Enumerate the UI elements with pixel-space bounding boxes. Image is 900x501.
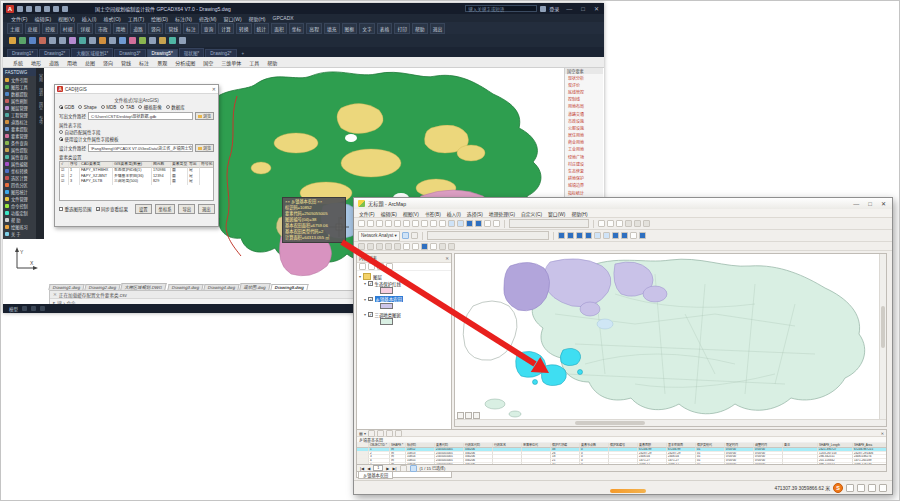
toolbar-icon[interactable]: [385, 220, 392, 227]
palette-item[interactable]: 要素提取: [3, 125, 36, 132]
toc-layer[interactable]: ▾ ✓ 乡镇基本农田: [364, 296, 449, 310]
cad-ribbon-tab[interactable]: 景观: [157, 59, 167, 66]
layer-symbol-swatch[interactable]: [380, 303, 393, 310]
navigation-tool-icon[interactable]: [585, 232, 592, 239]
cad-tool-icon[interactable]: [149, 37, 156, 44]
toolbox-icon[interactable]: [879, 484, 887, 492]
toolbar-icon[interactable]: [403, 220, 410, 227]
layer-symbol-swatch[interactable]: [380, 318, 393, 325]
palette-item[interactable]: 文件引用: [3, 76, 36, 83]
cad-tool-icon[interactable]: [89, 37, 96, 44]
switch-selection-icon[interactable]: [395, 430, 402, 437]
palette-item[interactable]: 四色分区: [3, 181, 36, 188]
cad-command-window[interactable]: ✕正在加载缓存配置文件要素类.csv ▸键入命令: [49, 290, 355, 304]
arcmap-menu-item[interactable]: 选择(S): [467, 210, 483, 217]
cad-ribbon-tab[interactable]: 工具: [249, 59, 259, 66]
collapse-icon[interactable]: ▾: [364, 312, 366, 317]
cad-toolbar-button[interactable]: 道路: [130, 23, 146, 34]
palette-item[interactable]: 坐标转换: [3, 167, 36, 174]
palette-item[interactable]: 图形工具: [3, 83, 36, 90]
format-radio[interactable]: TAB: [120, 105, 134, 110]
clear-selection-icon[interactable]: [386, 430, 393, 437]
dialog-title-bar[interactable]: A CAD转GIS ✕: [55, 85, 218, 94]
browse-template-button[interactable]: 浏览: [195, 144, 214, 152]
cad-ribbon-tab[interactable]: 分析成图: [175, 59, 195, 66]
cad-tool-icon[interactable]: [109, 37, 116, 44]
cad-toolbar-button[interactable]: 总规: [25, 23, 41, 34]
first-record-icon[interactable]: |◀: [360, 466, 364, 471]
palette-item[interactable]: 功能定制: [3, 209, 36, 216]
cad-toolbar-button[interactable]: 面积: [271, 23, 287, 34]
cad-menu-item[interactable]: 标注(N): [175, 15, 192, 22]
right-palette-item[interactable]: 控制线: [565, 96, 603, 103]
arcmap-menu-item[interactable]: 插入(I): [447, 210, 461, 217]
sogou-ime-icon[interactable]: S: [833, 483, 843, 493]
editor-tool-icon[interactable]: [430, 243, 437, 250]
model-tab[interactable]: 模型: [9, 306, 18, 312]
cad-toolbar-button[interactable]: 土规: [7, 23, 23, 34]
refresh-view-icon[interactable]: [473, 412, 480, 419]
dialog-button[interactable]: 设置: [135, 204, 152, 214]
right-palette-item[interactable]: 生态修复: [565, 167, 603, 174]
palette-item[interactable]: 关 于: [3, 230, 36, 237]
editor-tool-icon[interactable]: [376, 243, 383, 250]
toolbar-icon[interactable]: [625, 220, 632, 227]
georeferencing-combo[interactable]: [427, 231, 549, 240]
cad-ribbon-tab[interactable]: 总图: [85, 59, 95, 66]
cad-ribbon-tab[interactable]: 管线: [121, 59, 131, 66]
format-radio[interactable]: 数据库: [166, 104, 185, 110]
next-record-icon[interactable]: ▶: [386, 466, 389, 471]
cad-doc-tab[interactable]: 大榭区域规划1*: [71, 48, 113, 57]
right-palette-item[interactable]: 道路交通: [565, 110, 603, 117]
network-tool-icon[interactable]: [411, 232, 418, 239]
palette-item[interactable]: 图形统计: [3, 188, 36, 195]
related-tables-icon[interactable]: [368, 430, 375, 437]
cad-toolbar-button[interactable]: 市政: [95, 23, 111, 34]
handwriting-icon[interactable]: [857, 484, 865, 492]
open-icon[interactable]: [26, 6, 32, 12]
editor-tool-icon[interactable]: [358, 243, 365, 250]
toc-layer[interactable]: ▾ ✓ 三调地类图斑: [364, 311, 449, 325]
cad-toolbar-button[interactable]: 详规: [77, 23, 93, 34]
cad-ribbon-tab[interactable]: 系统: [13, 59, 23, 66]
ortho-icon[interactable]: [40, 306, 45, 311]
right-palette-item[interactable]: 居住用地: [565, 132, 603, 139]
layer-checkbox[interactable]: ✓: [368, 297, 373, 302]
toolbar-icon[interactable]: [430, 220, 437, 227]
cad-tool-icon[interactable]: [59, 37, 66, 44]
editor-tool-icon[interactable]: [394, 243, 401, 250]
cad-toolbar-button[interactable]: 文字: [359, 23, 375, 34]
cad-toolbar-button[interactable]: 查询: [201, 23, 217, 34]
cad-menu-item[interactable]: GPCADX: [273, 15, 294, 21]
cad-tool-icon[interactable]: [29, 37, 36, 44]
editor-tool-icon[interactable]: [385, 243, 392, 250]
collapse-icon[interactable]: ▾: [359, 274, 361, 279]
format-radio[interactable]: Shape: [78, 105, 97, 110]
cad-tool-icon[interactable]: [9, 37, 16, 44]
cad-menu-item[interactable]: 视图(V): [58, 15, 75, 22]
palette-item[interactable]: 数据提取: [3, 90, 36, 97]
cad-tool-icon[interactable]: [39, 37, 46, 44]
toolbar-icon[interactable]: [484, 220, 491, 227]
cad-ribbon-tab[interactable]: 地形: [31, 59, 41, 66]
layer-checkbox[interactable]: ✓: [368, 312, 373, 317]
navigation-tool-icon[interactable]: [603, 232, 610, 239]
cad-toolbar-button[interactable]: 退出: [430, 23, 446, 34]
cad-side-tab[interactable]: 专项: [37, 116, 43, 124]
navigation-tool-icon[interactable]: [576, 232, 583, 239]
cad-menu-item[interactable]: 插入(I): [82, 15, 97, 22]
cad-toolbar-button[interactable]: 村规: [60, 23, 76, 34]
palette-item[interactable]: 命令控制: [3, 202, 36, 209]
table-row[interactable]: ☑3FAPY_DLTB三调地类(500)829面是: [60, 179, 213, 184]
arcmap-menu-item[interactable]: 文件(F): [359, 210, 375, 217]
list-by-selection-icon[interactable]: [386, 263, 393, 270]
cad-maximize-button[interactable]: □: [581, 6, 587, 12]
cad-side-tab[interactable]: 国空: [37, 102, 43, 110]
cad-menu-item[interactable]: 修改(M): [199, 15, 217, 22]
cad-close-button[interactable]: ✕: [594, 5, 601, 12]
right-palette-item[interactable]: 绿地广场: [565, 153, 603, 160]
dialog-close-icon[interactable]: ✕: [212, 86, 216, 92]
toolbar-icon[interactable]: [616, 220, 623, 227]
toolbar-icon[interactable]: [457, 220, 464, 227]
arcmap-menu-item[interactable]: 编辑(E): [381, 210, 397, 217]
